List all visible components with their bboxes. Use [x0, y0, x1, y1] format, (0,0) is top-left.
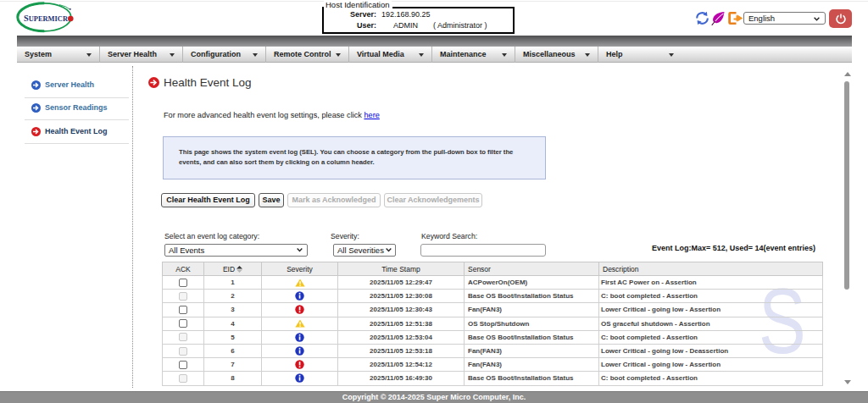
- svg-text:SUPERMICR: SUPERMICR: [24, 13, 68, 23]
